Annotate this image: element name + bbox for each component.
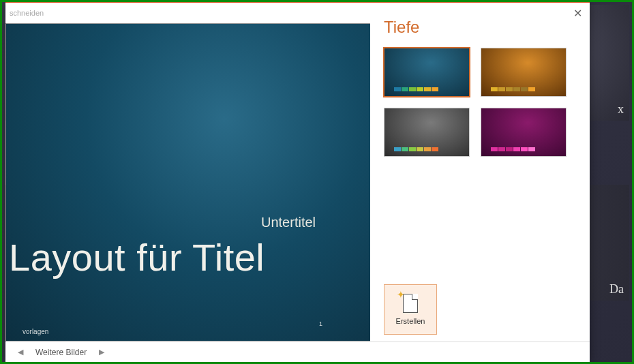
slide-subtitle: Untertitel [261,215,316,230]
new-document-icon: ✦ [403,294,418,313]
variants-heading: Tiefe [384,18,577,37]
more-images-label: Weitere Bilder [35,348,87,357]
variant-grid [384,48,577,157]
slide-page-number: 1 [319,320,322,327]
bg-hint-text: schneiden [5,3,370,23]
more-images-nav: ◀ Weitere Bilder ▶ [5,342,590,362]
create-button[interactable]: ✦ Erstellen [384,284,437,335]
variant-magenta[interactable] [481,108,567,157]
variant-gray[interactable] [384,108,470,157]
slide-preview: Untertitel Layout für Titel 1 vorlagen [5,23,370,342]
slide-footer: vorlagen [22,328,48,335]
sparkle-icon: ✦ [397,289,405,300]
slide-title: Layout für Titel [9,235,265,279]
create-button-label: Erstellen [396,317,425,325]
next-image-arrow[interactable]: ▶ [99,348,104,357]
variant-orange[interactable] [481,48,567,97]
template-preview-dialog: ✕ schneiden Untertitel Layout für Titel … [5,2,590,362]
prev-image-arrow[interactable]: ◀ [18,348,23,357]
close-icon[interactable]: ✕ [571,7,584,20]
variant-blue[interactable] [384,48,470,97]
